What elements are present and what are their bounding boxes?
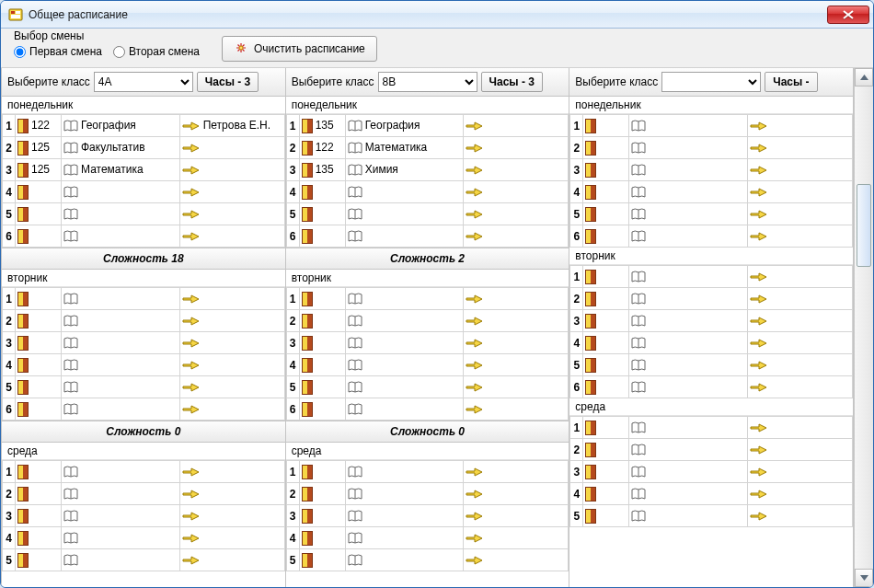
room-cell[interactable] bbox=[583, 505, 629, 527]
teacher-cell[interactable] bbox=[179, 288, 284, 310]
room-cell[interactable] bbox=[583, 439, 629, 461]
teacher-cell[interactable] bbox=[464, 181, 569, 203]
radio-first-shift[interactable]: Первая смена bbox=[14, 45, 102, 58]
subject-cell[interactable]: География bbox=[62, 115, 180, 137]
subject-cell[interactable] bbox=[62, 549, 180, 571]
teacher-cell[interactable] bbox=[748, 159, 853, 181]
room-cell[interactable] bbox=[16, 505, 62, 527]
room-cell[interactable] bbox=[583, 461, 629, 483]
subject-cell[interactable] bbox=[345, 181, 464, 203]
room-cell[interactable] bbox=[16, 332, 62, 354]
teacher-cell[interactable] bbox=[748, 288, 853, 310]
class-select[interactable]: 4А bbox=[94, 72, 193, 92]
teacher-cell[interactable] bbox=[748, 354, 853, 376]
room-cell[interactable] bbox=[299, 483, 345, 505]
room-cell[interactable] bbox=[583, 203, 629, 225]
subject-cell[interactable] bbox=[62, 310, 180, 332]
clear-schedule-button[interactable]: Очистить расписание bbox=[222, 36, 377, 62]
subject-cell[interactable]: Математика bbox=[62, 159, 180, 181]
subject-cell[interactable] bbox=[345, 288, 464, 310]
teacher-cell[interactable] bbox=[179, 505, 284, 527]
class-select[interactable]: 8В bbox=[378, 72, 477, 92]
subject-cell[interactable] bbox=[629, 310, 748, 332]
subject-cell[interactable] bbox=[62, 398, 180, 421]
room-cell[interactable] bbox=[583, 115, 629, 137]
room-cell[interactable] bbox=[299, 549, 345, 571]
room-cell[interactable] bbox=[299, 527, 345, 549]
subject-cell[interactable] bbox=[345, 461, 464, 483]
room-cell[interactable] bbox=[583, 332, 629, 354]
room-cell[interactable] bbox=[16, 549, 62, 571]
room-cell[interactable] bbox=[16, 461, 62, 483]
room-cell[interactable] bbox=[299, 398, 345, 421]
teacher-cell[interactable] bbox=[179, 203, 284, 225]
room-cell[interactable]: 125 bbox=[16, 137, 62, 159]
teacher-cell[interactable] bbox=[464, 137, 569, 159]
subject-cell[interactable] bbox=[62, 461, 180, 483]
teacher-cell[interactable] bbox=[748, 417, 853, 439]
teacher-cell[interactable] bbox=[748, 115, 853, 137]
scroll-thumb[interactable] bbox=[857, 184, 871, 267]
radio-first-shift-input[interactable] bbox=[14, 46, 26, 58]
room-cell[interactable]: 125 bbox=[16, 159, 62, 181]
room-cell[interactable] bbox=[16, 203, 62, 225]
teacher-cell[interactable] bbox=[179, 376, 284, 398]
room-cell[interactable] bbox=[299, 310, 345, 332]
subject-cell[interactable] bbox=[345, 376, 464, 398]
room-cell[interactable] bbox=[16, 310, 62, 332]
subject-cell[interactable] bbox=[62, 288, 180, 310]
teacher-cell[interactable] bbox=[464, 354, 569, 376]
subject-cell[interactable] bbox=[629, 354, 748, 376]
class-select[interactable] bbox=[661, 72, 761, 92]
subject-cell[interactable] bbox=[345, 203, 464, 225]
subject-cell[interactable] bbox=[62, 483, 180, 505]
teacher-cell[interactable] bbox=[748, 461, 853, 483]
teacher-cell[interactable] bbox=[179, 461, 284, 483]
room-cell[interactable] bbox=[583, 159, 629, 181]
room-cell[interactable] bbox=[16, 181, 62, 203]
teacher-cell[interactable] bbox=[464, 225, 569, 248]
teacher-cell[interactable] bbox=[748, 266, 853, 288]
subject-cell[interactable]: Математика bbox=[345, 137, 464, 159]
subject-cell[interactable] bbox=[345, 225, 464, 248]
hours-button[interactable]: Часы - 3 bbox=[481, 72, 543, 92]
room-cell[interactable]: 122 bbox=[299, 137, 345, 159]
subject-cell[interactable] bbox=[629, 332, 748, 354]
teacher-cell[interactable] bbox=[464, 527, 569, 549]
subject-cell[interactable] bbox=[345, 310, 464, 332]
subject-cell[interactable] bbox=[629, 439, 748, 461]
room-cell[interactable] bbox=[583, 417, 629, 439]
subject-cell[interactable] bbox=[345, 398, 464, 421]
subject-cell[interactable] bbox=[62, 181, 180, 203]
teacher-cell[interactable] bbox=[179, 549, 284, 571]
teacher-cell[interactable] bbox=[464, 505, 569, 527]
subject-cell[interactable] bbox=[629, 461, 748, 483]
room-cell[interactable] bbox=[16, 225, 62, 248]
room-cell[interactable] bbox=[16, 483, 62, 505]
teacher-cell[interactable] bbox=[464, 332, 569, 354]
teacher-cell[interactable] bbox=[179, 159, 284, 181]
teacher-cell[interactable] bbox=[464, 310, 569, 332]
subject-cell[interactable] bbox=[62, 225, 180, 248]
teacher-cell[interactable] bbox=[179, 332, 284, 354]
subject-cell[interactable] bbox=[62, 505, 180, 527]
subject-cell[interactable] bbox=[629, 288, 748, 310]
teacher-cell[interactable] bbox=[464, 398, 569, 421]
radio-second-shift[interactable]: Вторая смена bbox=[113, 45, 200, 58]
teacher-cell[interactable] bbox=[748, 332, 853, 354]
teacher-cell[interactable]: Петрова Е.Н. bbox=[179, 115, 284, 137]
room-cell[interactable] bbox=[583, 266, 629, 288]
subject-cell[interactable] bbox=[629, 159, 748, 181]
room-cell[interactable] bbox=[299, 203, 345, 225]
teacher-cell[interactable] bbox=[179, 398, 284, 421]
room-cell[interactable] bbox=[16, 398, 62, 421]
teacher-cell[interactable] bbox=[179, 310, 284, 332]
room-cell[interactable] bbox=[16, 288, 62, 310]
teacher-cell[interactable] bbox=[748, 376, 853, 398]
teacher-cell[interactable] bbox=[179, 137, 284, 159]
teacher-cell[interactable] bbox=[748, 483, 853, 505]
subject-cell[interactable] bbox=[629, 225, 748, 248]
subject-cell[interactable] bbox=[629, 181, 748, 203]
teacher-cell[interactable] bbox=[464, 461, 569, 483]
room-cell[interactable] bbox=[299, 181, 345, 203]
